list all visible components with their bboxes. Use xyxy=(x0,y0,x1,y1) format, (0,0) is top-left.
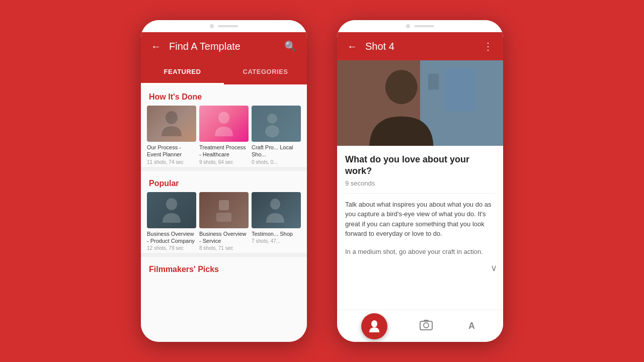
speaker-2 xyxy=(414,25,434,27)
notch-area-2 xyxy=(406,24,434,28)
section-header-filmmakers: Filmmakers' Picks xyxy=(141,257,307,278)
template-thumb-0 xyxy=(147,106,196,142)
camera-nav-button[interactable] xyxy=(419,318,433,335)
svg-rect-6 xyxy=(216,213,231,222)
template-name-4: Business Overview - Service xyxy=(199,230,249,245)
how-its-done-row: Our Process - Event Planner 11 shots, 74… xyxy=(141,106,307,167)
svg-point-16 xyxy=(424,323,429,328)
template-card-5[interactable]: Testimon... Shop 7 shots, 47... xyxy=(252,192,301,253)
thumb-svg-3 xyxy=(156,195,187,225)
phone-1: ← Find A Template 🔍 FEATURED CATEGORIES … xyxy=(141,20,307,342)
template-info-1: Treatment Process - Healthcare 9 shots, … xyxy=(199,142,249,167)
template-meta-1: 9 shots, 64 sec xyxy=(199,159,249,165)
svg-point-0 xyxy=(166,111,178,124)
screen-1: ← Find A Template 🔍 FEATURED CATEGORIES … xyxy=(141,32,307,342)
person-icon xyxy=(367,319,381,333)
svg-point-1 xyxy=(218,112,229,124)
bottom-nav: A xyxy=(337,310,503,342)
phone-2: ← Shot 4 ⋮ xyxy=(337,20,503,342)
template-meta-3: 12 shots, 79 sec xyxy=(147,245,196,251)
template-info-3: Business Overview - Product Company 12 s… xyxy=(147,228,196,253)
shot-title: What do you love about your work? xyxy=(337,146,503,179)
camera-dot-2 xyxy=(406,24,410,28)
template-name-1: Treatment Process - Healthcare xyxy=(199,144,249,158)
app-bar-2: ← Shot 4 ⋮ xyxy=(337,32,503,60)
more-menu-button[interactable]: ⋮ xyxy=(481,38,495,54)
svg-rect-13 xyxy=(428,73,439,89)
thumb-svg-5 xyxy=(261,195,291,225)
template-card-0[interactable]: Our Process - Event Planner 11 shots, 74… xyxy=(147,106,196,167)
shot-content[interactable]: What do you love about your work? 9 seco… xyxy=(337,60,503,310)
svg-point-14 xyxy=(371,320,377,327)
app-bar-1: ← Find A Template 🔍 xyxy=(141,32,307,60)
shot-description: Talk about what inspires you about what … xyxy=(337,194,503,245)
thumb-overlay-5 xyxy=(252,192,301,228)
thumb-overlay-1 xyxy=(199,106,249,142)
template-meta-0: 11 shots, 74 sec xyxy=(147,159,196,165)
svg-point-2 xyxy=(267,114,277,124)
tab-featured[interactable]: FEATURED xyxy=(141,60,224,84)
template-thumb-2 xyxy=(252,106,301,142)
thumb-svg-4 xyxy=(209,195,239,225)
search-button-1[interactable]: 🔍 xyxy=(282,38,299,54)
template-info-4: Business Overview - Service 8 shots, 71 … xyxy=(199,228,249,253)
shot-description-2: In a medium shot, go above your craft in… xyxy=(337,245,503,263)
status-bar-1 xyxy=(141,20,307,32)
svg-point-4 xyxy=(166,198,177,210)
template-thumb-1 xyxy=(199,106,249,142)
expand-icon[interactable]: ∨ xyxy=(491,262,497,274)
app-bar-title-2: Shot 4 xyxy=(365,41,475,52)
template-name-3: Business Overview - Product Company xyxy=(147,230,196,245)
camera-icon xyxy=(419,318,433,332)
template-card-1[interactable]: Treatment Process - Healthcare 9 shots, … xyxy=(199,106,249,167)
tab-categories[interactable]: CATEGORIES xyxy=(224,60,307,84)
screen-2: ← Shot 4 ⋮ xyxy=(337,32,503,342)
template-meta-2: 0 shots, 0... xyxy=(252,159,301,165)
svg-point-3 xyxy=(265,125,279,137)
template-name-0: Our Process - Event Planner xyxy=(147,144,196,158)
template-card-4[interactable]: Business Overview - Service 8 shots, 71 … xyxy=(199,192,249,253)
text-nav-button[interactable]: A xyxy=(465,318,479,335)
template-name-2: Craft Pro... Local Sho... xyxy=(252,144,301,158)
svg-rect-12 xyxy=(444,68,476,111)
shot-duration: 9 seconds xyxy=(337,179,503,193)
template-card-2[interactable]: Craft Pro... Local Sho... 0 shots, 0... xyxy=(252,106,301,167)
template-meta-5: 7 shots, 47... xyxy=(252,238,301,244)
template-thumb-5 xyxy=(252,192,301,228)
template-name-5: Testimon... Shop xyxy=(252,230,301,237)
section-header-how-its-done: How It's Done xyxy=(141,84,307,106)
thumb-overlay-2 xyxy=(252,106,301,142)
person-fab-button[interactable] xyxy=(361,313,387,339)
popular-row: Business Overview - Product Company 12 s… xyxy=(141,192,307,253)
notch-area-1 xyxy=(210,24,238,28)
thumb-overlay-0 xyxy=(147,106,196,142)
thumb-overlay-3 xyxy=(147,192,196,228)
text-icon: A xyxy=(465,318,479,332)
divider-1 xyxy=(141,167,307,171)
tabs-bar-1: FEATURED CATEGORIES xyxy=(141,60,307,84)
svg-text:A: A xyxy=(468,321,475,331)
svg-rect-5 xyxy=(219,200,229,210)
svg-point-11 xyxy=(385,70,418,104)
template-info-2: Craft Pro... Local Sho... 0 shots, 0... xyxy=(252,142,301,167)
video-bg-svg xyxy=(337,60,503,146)
divider-2 xyxy=(141,253,307,257)
thumb-overlay-4 xyxy=(199,192,249,228)
template-info-5: Testimon... Shop 7 shots, 47... xyxy=(252,228,301,246)
back-button-2[interactable]: ← xyxy=(345,39,359,54)
video-thumbnail[interactable] xyxy=(337,60,503,146)
back-button-1[interactable]: ← xyxy=(149,39,163,54)
template-thumb-3 xyxy=(147,192,196,228)
thumb-svg-0 xyxy=(156,109,187,139)
camera-dot-1 xyxy=(210,24,214,28)
svg-rect-17 xyxy=(424,320,429,322)
thumb-svg-1 xyxy=(209,109,239,139)
template-info-0: Our Process - Event Planner 11 shots, 74… xyxy=(147,142,196,167)
app-bar-title-1: Find A Template xyxy=(169,41,276,52)
template-card-3[interactable]: Business Overview - Product Company 12 s… xyxy=(147,192,196,253)
svg-point-7 xyxy=(270,199,280,210)
section-header-popular: Popular xyxy=(141,171,307,192)
content-area-1[interactable]: How It's Done Our Process - Event xyxy=(141,84,307,342)
status-bar-2 xyxy=(337,20,503,32)
speaker-1 xyxy=(218,25,238,27)
